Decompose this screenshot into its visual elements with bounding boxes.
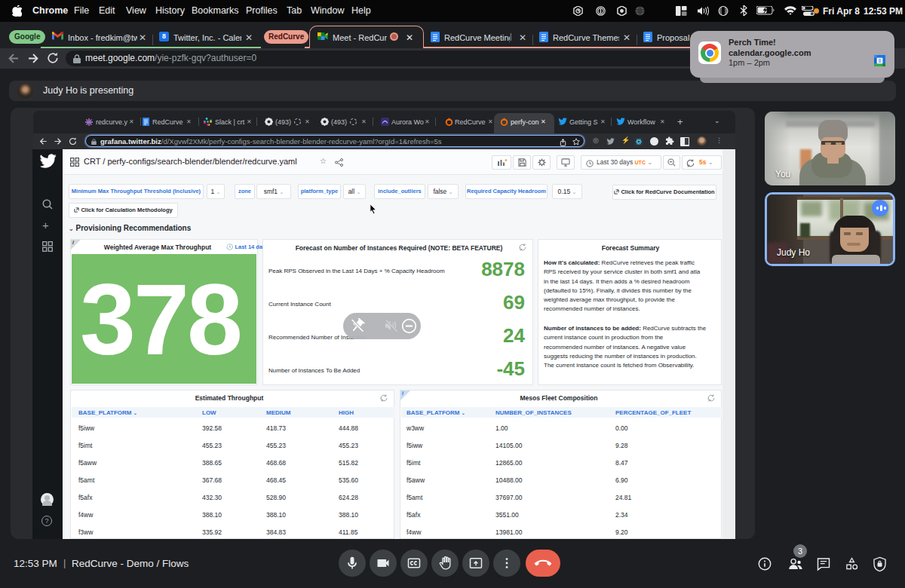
svg-text:8: 8 [879, 58, 882, 63]
